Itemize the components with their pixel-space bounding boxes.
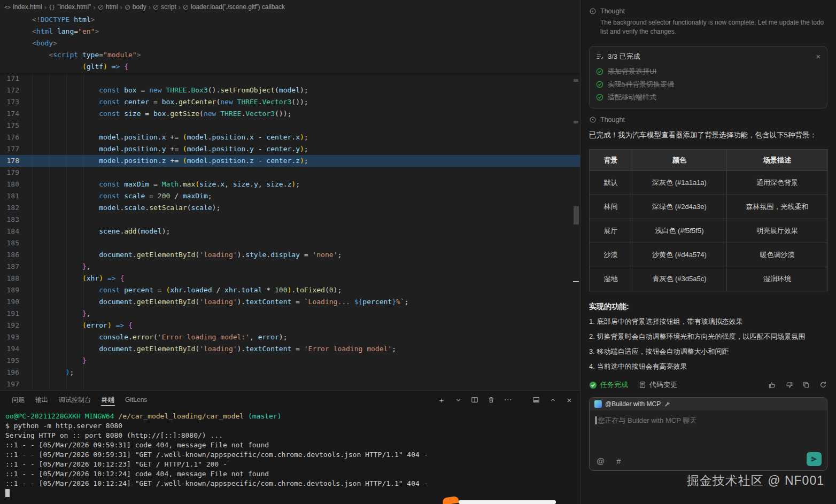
more-actions-button[interactable]: ⋯ [504, 396, 512, 404]
line-code: (xhr) => { [32, 273, 124, 284]
editor-line: 188 (xhr) => { [0, 273, 580, 284]
breadcrumb-separator: › [93, 3, 95, 11]
symbol-icon [153, 4, 159, 10]
line-number [0, 49, 32, 61]
line-number: 181 [0, 190, 32, 202]
send-icon [810, 455, 818, 463]
table-row: 湿地青灰色 (#3d5a5c)湿润环境 [590, 267, 828, 291]
thumbs-down-button[interactable] [785, 381, 793, 389]
line-code: ); [32, 367, 74, 378]
editor-line: 178 model.position.z += (model.position.… [0, 155, 580, 167]
table-cell: 沙黄色 (#d4a574) [632, 243, 727, 267]
breadcrumb: <>index.html›{}"index.html"›html›body›sc… [0, 0, 580, 14]
symbol-icon [98, 4, 104, 10]
thought-text: The background selector functionality is… [600, 18, 827, 36]
kill-terminal-button[interactable] [487, 396, 496, 404]
line-number: 190 [0, 296, 32, 308]
line-code: document.getElementById('loading').style… [32, 249, 342, 261]
panel-layout-button[interactable] [532, 396, 540, 404]
tab-terminal[interactable]: 终端 [96, 391, 120, 409]
mention-button[interactable]: @ [597, 456, 605, 466]
terminal-output[interactable]: oo@PC-20211228GXKH MINGW64 /e/car_model_… [0, 409, 580, 504]
editor-line: 194 document.getElementById('loading').t… [0, 343, 580, 355]
tab-problems[interactable]: 问题 [6, 391, 30, 409]
todo-item-label: 添加背景选择UI [608, 67, 656, 76]
breadcrumb-item-2[interactable]: {}"index.html" [49, 3, 91, 11]
code-changes-button[interactable]: 代码变更 [639, 380, 677, 390]
check-icon [596, 68, 603, 75]
line-code: const percent = (xhr.loaded / xhr.total … [32, 284, 342, 296]
terminal-line: Serving HTTP on :: port 8080 (http://[::… [5, 431, 580, 440]
breadcrumb-item-6[interactable]: loader.load('./scene.gltf') callback [183, 3, 285, 11]
features-list: 1. 底部居中的背景选择按钮组，带有玻璃拟态效果2. 切换背景时会自动调整环境光… [589, 316, 827, 371]
assistant-panel: Thought The background selector function… [580, 0, 836, 504]
line-code: } [32, 355, 87, 367]
breadcrumb-item-1[interactable]: <>index.html [4, 3, 42, 11]
refresh-icon [819, 381, 827, 389]
line-code: model.position.y += (model.position.y - … [32, 143, 308, 155]
table-cell: 森林氛围，光线柔和 [727, 195, 828, 219]
sticky-line: (gltf) => { [0, 61, 580, 73]
editor-scrollbar[interactable] [572, 14, 580, 390]
breadcrumb-label: loader.load('./scene.gltf') callback [191, 3, 285, 11]
todo-title: 3/3 已完成 [608, 52, 640, 61]
editor-line: 190 document.getElementById('loading').t… [0, 296, 580, 308]
copy-button[interactable] [802, 381, 810, 389]
chat-input[interactable]: @Builder with MCP 您正在与 Builder with MCP … [589, 397, 827, 471]
thumbs-down-icon [785, 381, 793, 389]
close-panel-button[interactable]: × [565, 396, 574, 404]
terminal-dropdown-button[interactable] [454, 396, 462, 404]
todo-item: 适配移动端样式 [596, 91, 820, 104]
thumbs-up-button[interactable] [768, 381, 776, 389]
maximize-panel-button[interactable] [548, 396, 557, 404]
editor-line: 171 [0, 73, 580, 84]
breadcrumb-label: index.html [13, 3, 42, 11]
table-cell: 湿润环境 [727, 267, 828, 291]
breadcrumb-label: body [133, 3, 146, 11]
todo-item: 实现5种背景切换逻辑 [596, 78, 820, 91]
editor-line: 176 model.position.x += (model.position.… [0, 131, 580, 143]
new-terminal-button[interactable]: + [437, 396, 446, 404]
diff-file-icon [639, 381, 646, 389]
tab-gitlens[interactable]: GitLens [120, 391, 152, 409]
check-icon [596, 94, 603, 101]
line-number: 191 [0, 308, 32, 320]
refresh-button[interactable] [819, 381, 827, 389]
editor-line: 172 const box = new THREE.Box3().setFrom… [0, 84, 580, 96]
table-cell: 明亮展厅效果 [727, 219, 828, 243]
table-header-cell: 场景描述 [727, 150, 828, 171]
code-editor[interactable]: <!DOCTYPE html><html lang="en"><body> <s… [0, 14, 580, 390]
line-number: 185 [0, 237, 32, 249]
panel-tab-bar: 问题输出调试控制台终端GitLens + ⋯ × [0, 391, 580, 409]
chat-toolbar: @ # [597, 456, 621, 466]
split-terminal-button[interactable] [470, 396, 479, 404]
line-code: console.error('Error loading model:', er… [32, 331, 287, 343]
thought-icon [589, 7, 597, 15]
tab-debug-console[interactable]: 调试控制台 [53, 391, 96, 409]
line-number: 192 [0, 320, 32, 331]
table-row: 沙漠沙黄色 (#d4a574)暖色调沙漠 [590, 243, 828, 267]
table-cell: 林间 [590, 195, 632, 219]
scrollbar-thumb[interactable] [574, 206, 579, 224]
breadcrumb-item-5[interactable]: script [153, 3, 176, 11]
breadcrumb-separator: › [120, 3, 122, 11]
breadcrumb-item-4[interactable]: body [125, 3, 146, 11]
send-button[interactable] [807, 452, 822, 466]
editor-line: 186 document.getElementById('loading').s… [0, 249, 580, 261]
overlay-bar [459, 500, 556, 504]
agent-chip[interactable]: @Builder with MCP [594, 400, 671, 408]
todo-close-icon[interactable]: × [816, 53, 820, 60]
tab-output[interactable]: 输出 [30, 391, 53, 409]
background-table: 背景颜色场景描述默认深灰色 (#1a1a1a)通用深色背景林间深绿色 (#2d4… [589, 149, 828, 291]
table-cell: 默认 [590, 171, 632, 195]
chat-text-area[interactable]: 您正在与 Builder with MCP 聊天 [590, 410, 827, 431]
terminal-line: ::1 - - [05/Mar/2026 10:12:23] "GET / HT… [5, 460, 580, 469]
line-number: 177 [0, 143, 32, 155]
feature-item: 2. 切换背景时会自动调整环境光和方向光的强度，以匹配不同场景氛围 [589, 331, 827, 342]
hashtag-button[interactable]: # [616, 456, 621, 466]
breadcrumb-item-3[interactable]: html [98, 3, 118, 11]
editor-line: 185 [0, 237, 580, 249]
line-number: 180 [0, 179, 32, 190]
terminal-line [5, 489, 580, 498]
terminal-line: $ python -m http.server 8080 [5, 421, 580, 431]
